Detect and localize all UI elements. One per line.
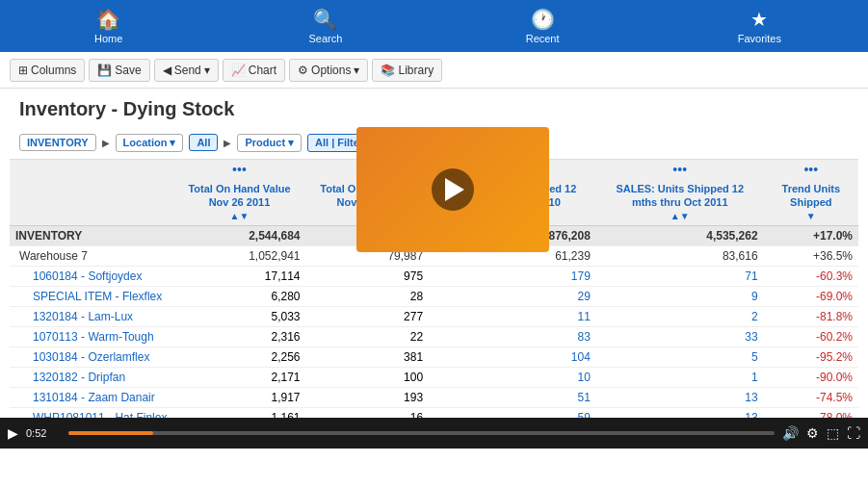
row-col4: 5: [596, 346, 764, 367]
send-dropdown-icon: ▾: [204, 64, 210, 77]
row-name[interactable]: 1320184 - Lam-Lux: [10, 306, 172, 326]
filter-arrow-2: ▶: [224, 138, 231, 148]
row-col5: -60.3%: [764, 266, 858, 286]
row-col4: 9: [596, 286, 764, 306]
row-col5: -74.5%: [764, 387, 858, 407]
nav-recent-label: Recent: [526, 33, 560, 44]
row-name[interactable]: 1320182 - Dripfan: [10, 367, 172, 387]
row-col2: 193: [306, 387, 430, 407]
filter-icon-5[interactable]: ▼: [770, 210, 853, 222]
row-col2: 277: [306, 306, 430, 326]
row-col3: 10: [429, 367, 596, 387]
video-overlay[interactable]: [356, 127, 549, 252]
row-col4: 71: [596, 266, 764, 286]
sort-icon-4[interactable]: ▲▼: [602, 210, 758, 222]
search-icon: 🔍: [313, 8, 337, 31]
dots-col-0: [10, 160, 172, 180]
dots-col-5: •••: [764, 160, 858, 180]
row-col1: 1,052,941: [172, 245, 305, 266]
all-filter[interactable]: All: [189, 134, 218, 151]
inventory-label: INVENTORY: [27, 137, 89, 148]
row-name[interactable]: 1310184 - Zaam Danair: [10, 387, 172, 407]
nav-search-label: Search: [308, 33, 342, 44]
row-col1: 6,280: [172, 286, 305, 306]
play-pause-button[interactable]: ▶: [8, 425, 18, 441]
external-button[interactable]: ⬚: [827, 425, 839, 441]
row-col1: 5,033: [172, 306, 305, 326]
row-col3: 29: [429, 286, 596, 306]
chart-icon: 📈: [231, 64, 246, 77]
row-col5: +36.5%: [764, 245, 858, 266]
row-name[interactable]: Warehouse 7: [10, 245, 172, 266]
progress-bar[interactable]: [68, 431, 775, 435]
row-col3: 51: [429, 387, 596, 407]
save-button[interactable]: 💾 Save: [89, 59, 149, 82]
row-name[interactable]: SPECIAL ITEM - Flexflex: [10, 286, 172, 306]
row-col5: -81.8%: [764, 306, 858, 326]
home-icon: 🏠: [96, 8, 120, 31]
row-col4: 83,616: [596, 245, 764, 266]
product-dropdown-icon: ▾: [288, 137, 294, 149]
row-col3: 83: [429, 326, 596, 346]
volume-button[interactable]: 🔊: [782, 425, 799, 441]
options-button[interactable]: ⚙ Options ▾: [289, 59, 368, 82]
recent-icon: 🕐: [531, 8, 555, 31]
row-col4: 4,535,262: [596, 225, 764, 245]
nav-favorites-label: Favorites: [738, 33, 781, 44]
nav-recent[interactable]: 🕐 Recent: [504, 8, 581, 44]
play-icon: [445, 178, 464, 201]
row-col2: 100: [306, 367, 430, 387]
header-col-1: Total On Hand Value Nov 26 2011 ▲▼: [172, 179, 305, 225]
row-col3: 11: [429, 306, 596, 326]
row-name[interactable]: 1060184 - Softjoydex: [10, 266, 172, 286]
product-label: Product: [245, 137, 285, 148]
row-col4: 33: [596, 326, 764, 346]
header-col-name: [10, 179, 172, 225]
sort-icon-1[interactable]: ▲▼: [178, 210, 300, 222]
row-col1: 2,544,684: [172, 225, 305, 245]
row-col5: -90.0%: [764, 367, 858, 387]
location-label: Location: [123, 137, 168, 148]
table-row: 1320184 - Lam-Lux 5,033 277 11 2 -81.8%: [10, 306, 858, 326]
send-button[interactable]: ◀ Send ▾: [154, 59, 219, 82]
settings-button[interactable]: ⚙: [806, 425, 819, 441]
row-col1: 17,114: [172, 266, 305, 286]
location-filter[interactable]: Location ▾: [116, 134, 184, 152]
table-row: 1310184 - Zaam Danair 1,917 193 51 13 -7…: [10, 387, 858, 407]
row-col1: 2,171: [172, 367, 305, 387]
library-button[interactable]: 📚 Library: [372, 59, 442, 82]
row-name: INVENTORY: [10, 225, 172, 245]
row-name[interactable]: 1070113 - Warm-Tough: [10, 326, 172, 346]
play-button[interactable]: [432, 168, 474, 211]
table-row: 1060184 - Softjoydex 17,114 975 179 71 -…: [10, 266, 858, 286]
table-row: SPECIAL ITEM - Flexflex 6,280 28 29 9 -6…: [10, 286, 858, 306]
nav-favorites[interactable]: ★ Favorites: [721, 8, 798, 44]
content-area: Inventory - Dying Stock INVENTORY ▶ Loca…: [0, 89, 868, 449]
nav-search[interactable]: 🔍 Search: [287, 8, 364, 44]
chart-button[interactable]: 📈 Chart: [223, 59, 285, 82]
row-col2: 28: [306, 286, 430, 306]
options-icon: ⚙: [298, 64, 308, 77]
header-col-4: SALES: Units Shipped 12 mths thru Oct 20…: [596, 179, 764, 225]
columns-button[interactable]: ⊞ Columns: [10, 59, 85, 82]
inventory-filter[interactable]: INVENTORY: [19, 134, 96, 151]
controls-right: 🔊 ⚙ ⬚ ⛶: [782, 425, 860, 441]
filter-arrow-1: ▶: [102, 138, 110, 148]
table-row: 1030184 - Ozerlamflex 2,256 381 104 5 -9…: [10, 346, 858, 367]
nav-home[interactable]: 🏠 Home: [70, 8, 147, 44]
row-name[interactable]: 1030184 - Ozerlamflex: [10, 346, 172, 367]
favorites-icon: ★: [750, 8, 768, 31]
row-col5: -60.2%: [764, 326, 858, 346]
row-col2: 381: [306, 346, 430, 367]
progress-fill: [68, 431, 153, 435]
product-filter[interactable]: Product ▾: [237, 134, 302, 152]
toolbar: ⊞ Columns 💾 Save ◀ Send ▾ 📈 Chart ⚙ Opti…: [0, 52, 868, 89]
columns-icon: ⊞: [18, 64, 28, 77]
row-col5: -69.0%: [764, 286, 858, 306]
row-col1: 2,316: [172, 326, 305, 346]
row-col1: 2,256: [172, 346, 305, 367]
row-col1: 1,917: [172, 387, 305, 407]
dots-col-1: •••: [172, 160, 305, 180]
fullscreen-button[interactable]: ⛶: [847, 425, 860, 441]
dots-col-4: •••: [596, 160, 764, 180]
